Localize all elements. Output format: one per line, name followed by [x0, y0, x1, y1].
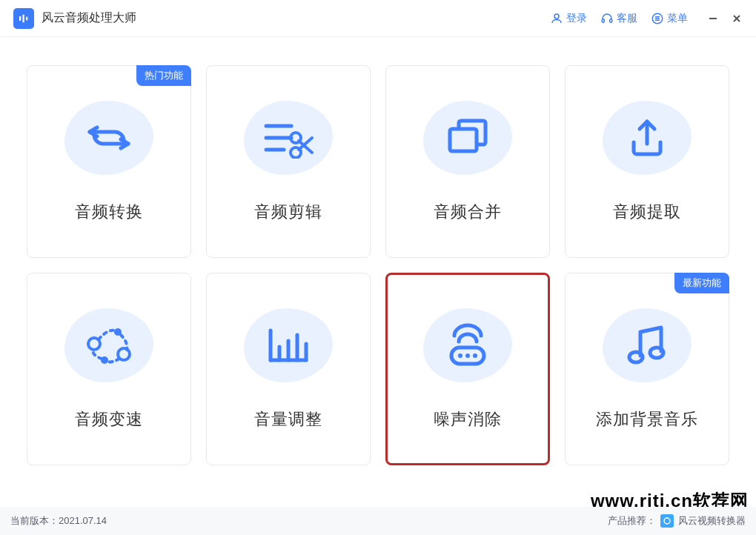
- header-left: 风云音频处理大师: [13, 8, 136, 29]
- svg-rect-0: [19, 16, 21, 21]
- card-audio-convert[interactable]: 热门功能 音频转换: [27, 65, 191, 258]
- new-badge: 最新功能: [674, 273, 729, 293]
- product-icon: [660, 514, 674, 528]
- version-info: 当前版本：2021.07.14: [10, 514, 107, 528]
- card-label: 添加背景音乐: [596, 408, 698, 431]
- hot-badge: 热门功能: [136, 65, 191, 86]
- product-recommend[interactable]: 产品推荐： 风云视频转换器: [608, 514, 746, 528]
- svg-rect-20: [450, 129, 477, 151]
- noise-icon: [420, 308, 516, 382]
- card-label: 音频剪辑: [254, 201, 322, 223]
- speed-icon: [61, 308, 157, 382]
- extract-icon: [599, 101, 695, 175]
- card-volume-adjust[interactable]: 音量调整: [206, 273, 371, 465]
- card-label: 音频转换: [75, 201, 143, 223]
- app-logo: [13, 8, 34, 29]
- convert-icon: [61, 101, 157, 175]
- card-audio-cut[interactable]: 音频剪辑: [206, 65, 371, 258]
- card-label: 音频合并: [434, 201, 502, 223]
- svg-rect-4: [602, 19, 604, 22]
- svg-point-3: [554, 14, 559, 19]
- menu-icon: [651, 12, 664, 25]
- volume-icon: [240, 308, 336, 382]
- svg-point-34: [465, 353, 470, 358]
- user-icon: [550, 12, 563, 25]
- minimize-button[interactable]: [707, 13, 719, 24]
- svg-point-35: [473, 353, 477, 358]
- merge-icon: [420, 101, 516, 175]
- svg-rect-1: [23, 14, 24, 22]
- card-label: 音频变速: [75, 408, 143, 431]
- card-audio-speed[interactable]: 音频变速: [27, 273, 191, 465]
- support-button[interactable]: 客服: [600, 12, 637, 25]
- svg-point-33: [458, 353, 462, 358]
- card-audio-merge[interactable]: 音频合并: [385, 65, 550, 258]
- close-button[interactable]: [731, 13, 743, 24]
- headset-icon: [600, 12, 614, 25]
- main-grid: 热门功能 音频转换 音频剪辑 音频合并 音频提取 音频变速: [0, 37, 756, 465]
- svg-point-38: [664, 518, 670, 524]
- svg-rect-5: [610, 19, 612, 22]
- card-label: 音频提取: [613, 201, 681, 223]
- window-controls: [707, 13, 743, 24]
- music-icon: [599, 308, 695, 382]
- svg-rect-2: [26, 16, 27, 20]
- login-button[interactable]: 登录: [550, 12, 587, 25]
- card-noise-remove[interactable]: 噪声消除: [385, 273, 550, 465]
- card-audio-extract[interactable]: 音频提取: [565, 65, 729, 258]
- header-right: 登录 客服 菜单: [550, 12, 743, 25]
- app-title: 风云音频处理大师: [42, 10, 136, 26]
- cut-icon: [240, 101, 336, 175]
- menu-button[interactable]: 菜单: [651, 12, 688, 25]
- status-bar: 当前版本：2021.07.14 产品推荐： 风云视频转换器: [0, 507, 756, 535]
- card-label: 音量调整: [254, 408, 322, 431]
- title-bar: 风云音频处理大师 登录 客服 菜单: [0, 0, 756, 37]
- card-label: 噪声消除: [434, 408, 502, 431]
- card-add-bgm[interactable]: 最新功能 添加背景音乐: [565, 273, 729, 465]
